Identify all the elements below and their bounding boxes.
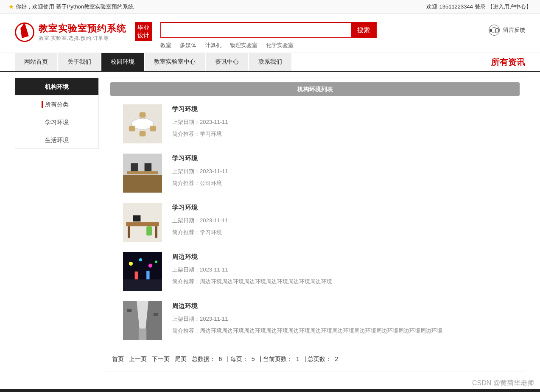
list-item[interactable]: 学习环境上架日期：2023-11-11简介推荐：学习环境 [110,102,520,151]
tag-computer[interactable]: 计算机 [205,42,221,49]
pager-last[interactable]: 尾页 [175,356,187,362]
sidebar-title: 机构环境 [15,78,98,95]
item-desc: 简介推荐：学习环境 [172,229,228,236]
item-date: 上架日期：2023-11-11 [172,168,228,175]
top-bar: ★ 你好，欢迎使用 基于Python教室实验室预约系统 欢迎 135112233… [0,0,540,14]
svg-rect-23 [135,272,138,279]
item-date: 上架日期：2023-11-11 [172,315,442,323]
thumbnail [123,104,162,143]
item-desc: 简介推荐：公司环境 [172,179,228,187]
sidebar: 机构环境 所有分类 学习环境 生活环境 [15,78,99,149]
thumbnail [123,301,162,340]
topbar-left: ★ 你好，欢迎使用 基于Python教室实验室预约系统 [8,0,134,13]
list-item[interactable]: 周边环境上架日期：2023-11-11简介推荐：周边环境周边环境周边环境周边环境… [110,299,520,348]
svg-rect-3 [150,126,156,132]
site-subtitle: 教室.实验室.选择.预约.订单等 [39,35,126,42]
search-input[interactable] [161,23,351,37]
headset-icon [489,25,500,36]
svg-rect-15 [146,226,152,235]
search-block: 搜索 教室 多媒体 计算机 物理实验室 化学实验室 [160,22,377,49]
footer-nav: 网站首页| 关于我们| 联系我们| 资讯中心| 用户注册| 用户登录| 留言反馈… [0,389,540,392]
main-nav: 网站首页 关于我们 校园环境 教室实验室中心 资讯中心 联系我们 所有资讯 [0,53,540,71]
svg-rect-2 [129,126,135,132]
item-title[interactable]: 学习环境 [172,154,228,162]
pager-prev[interactable]: 上一页 [129,356,147,362]
sidebar-item-study[interactable]: 学习环境 [15,113,98,131]
svg-rect-13 [128,226,130,238]
item-desc: 简介推荐：学习环境 [172,130,228,138]
item-date: 上架日期：2023-11-11 [172,266,332,274]
svg-rect-7 [123,175,162,193]
item-title[interactable]: 周边环境 [172,253,332,261]
svg-rect-14 [155,226,157,238]
item-date: 上架日期：2023-11-11 [172,118,228,126]
svg-rect-28 [139,328,146,340]
logo-icon [15,22,34,42]
content-title: 机构环境列表 [110,82,520,96]
nav-all-news[interactable]: 所有资讯 [491,53,525,71]
graduation-badge: 毕业 设计 [135,22,152,41]
svg-point-21 [148,264,152,268]
tag-classroom[interactable]: 教室 [160,42,171,49]
thumbnail [123,252,162,291]
nav-news[interactable]: 资讯中心 [206,53,248,71]
svg-point-19 [129,262,133,266]
welcome-prefix: 欢迎 [426,0,437,14]
search-button[interactable]: 搜索 [351,23,376,37]
sidebar-item-all[interactable]: 所有分类 [15,95,98,113]
svg-point-22 [155,260,157,263]
item-desc: 简介推荐：周边环境周边环境周边环境周边环境周边环境周边环境 [172,278,332,286]
nav-lab-center[interactable]: 教室实验室中心 [145,53,205,71]
list-item[interactable]: 学习环境上架日期：2023-11-11简介推荐：学习环境 [110,200,520,249]
svg-rect-8 [127,171,158,174]
greeting-text: 你好，欢迎使用 基于Python教室实验室预约系统 [16,0,134,14]
nav-campus[interactable]: 校园环境 [101,53,144,71]
svg-rect-10 [145,163,152,171]
pager-first[interactable]: 首页 [112,356,124,362]
header: 教室实验室预约系统 教室.实验室.选择.预约.订单等 毕业 设计 搜索 教室 多… [0,14,540,53]
svg-rect-16 [133,215,140,221]
item-desc: 简介推荐：周边环境周边环境周边环境周边环境周边环境周边环境周边环境周边环境周边环… [172,327,442,335]
site-title: 教室实验室预约系统 [39,22,126,35]
svg-rect-5 [140,112,146,118]
nav-contact[interactable]: 联系我们 [249,53,291,71]
login-suffix: 登录 [475,0,486,14]
sidebar-item-life[interactable]: 生活环境 [15,131,98,148]
item-title[interactable]: 学习环境 [172,105,228,113]
svg-rect-24 [146,271,149,279]
tag-multimedia[interactable]: 多媒体 [180,42,196,49]
pager-stats: 总数据：6 | 每页：5 | 当前页数：1 | 总页数：2 [192,356,341,362]
tag-physics[interactable]: 物理实验室 [230,42,257,49]
item-date: 上架日期：2023-11-11 [172,217,228,224]
tag-chemistry[interactable]: 化学实验室 [266,42,294,49]
logo-block[interactable]: 教室实验室预约系统 教室.实验室.选择.预约.订单等 [15,22,126,42]
nav-about[interactable]: 关于我们 [58,53,101,71]
list-item[interactable]: 学习环境上架日期：2023-11-11简介推荐：公司环境 [110,151,520,200]
svg-rect-4 [140,131,146,137]
list-item[interactable]: 周边环境上架日期：2023-11-11简介推荐：周边环境周边环境周边环境周边环境… [110,249,520,299]
svg-point-20 [139,258,142,261]
content: 机构环境列表 学习环境上架日期：2023-11-11简介推荐：学习环境学习环境上… [105,78,525,372]
nav-wrap: 网站首页 关于我们 校园环境 教室实验室中心 资讯中心 联系我们 所有资讯 [0,53,540,72]
user-center-link[interactable]: 【进入用户中心】 [487,0,532,14]
topbar-right: 欢迎 13511223344 登录 【进入用户中心】 [426,0,532,13]
thumbnail [123,154,162,193]
svg-rect-9 [131,163,138,171]
nav-home[interactable]: 网站首页 [15,53,57,71]
star-icon: ★ [8,0,14,14]
item-title[interactable]: 学习环境 [172,204,228,212]
svg-rect-18 [123,279,162,291]
search-tags: 教室 多媒体 计算机 物理实验室 化学实验室 [160,42,377,49]
user-phone: 13511223344 [439,0,473,14]
thumbnail [123,203,162,242]
pagination: 首页 上一页 下一页 尾页 总数据：6 | 每页：5 | 当前页数：1 | 总页… [110,348,520,363]
feedback-link[interactable]: 留言反馈 [489,22,525,36]
pager-next[interactable]: 下一页 [152,356,170,362]
svg-rect-29 [127,309,132,312]
svg-rect-12 [126,222,159,226]
svg-rect-30 [154,313,158,316]
main: 机构环境 所有分类 学习环境 生活环境 机构环境列表 学习环境上架日期：2023… [0,72,540,389]
item-title[interactable]: 周边环境 [172,302,442,310]
